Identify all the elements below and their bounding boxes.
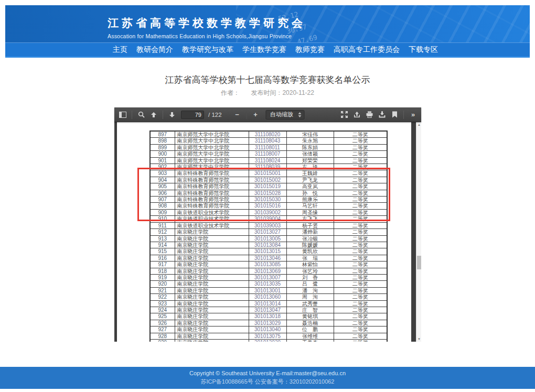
nav-item-vocational-committee[interactable]: 高职高专工作委员会: [334, 45, 400, 55]
cell-exam-id: 301013005: [249, 235, 286, 242]
nav-item-teacher-competition[interactable]: 教师竞赛: [295, 45, 325, 55]
table-row: 914南京晓庄学院301013084陈媛媛二等奖: [150, 242, 387, 248]
toolbar-separator: [163, 111, 163, 119]
cell-exam-id: 301015028: [249, 190, 286, 196]
cell-exam-id: 301039004: [249, 216, 286, 222]
table-row: 921南京晓庄学院301013001潘 洵二等奖: [150, 287, 387, 293]
cell-rank: 921: [150, 287, 175, 293]
cell-award: 二等奖: [334, 294, 387, 300]
cell-award: 二等奖: [334, 287, 387, 293]
cell-rank: 907: [150, 197, 175, 203]
cell-school: 南京师范大学中北学院: [175, 164, 249, 170]
cell-rank: 903: [150, 170, 175, 177]
print-button[interactable]: [363, 109, 375, 121]
nav-item-home[interactable]: 主页: [113, 45, 127, 55]
toolbar-left-group: / 122: [117, 109, 222, 121]
nav-item-about[interactable]: 教研会简介: [136, 45, 173, 55]
award-table: 897南京师范大学中北学院311108020宋佳伟二等奖898南京师范大学中北学…: [149, 130, 388, 342]
bookmark-button[interactable]: [389, 109, 400, 121]
cell-school: 南京特殊教育师范学院: [175, 183, 249, 190]
cell-rank: 929: [150, 340, 175, 342]
cell-exam-id: 301013018: [249, 313, 286, 320]
table-row: 907南京特殊教育师范学院301015030熊康乐二等奖: [150, 197, 387, 203]
table-row: 920南京晓庄学院301013035吕 鹭二等奖: [150, 281, 387, 287]
cell-school: 南京晓庄学院: [175, 235, 249, 242]
presentation-mode-button[interactable]: [338, 109, 350, 121]
toolbar-separator: [132, 111, 132, 119]
footer-icp: 苏ICP备10088665号 公安备案号：32010202010062: [201, 378, 335, 386]
download-icon: [379, 111, 386, 118]
pdf-scrollbar[interactable]: ▲ ▼: [416, 122, 421, 342]
cell-name: 马艺轩: [286, 203, 334, 209]
cell-exam-id: 301013015: [249, 248, 286, 255]
zoom-level-select[interactable]: 自动缩放: [265, 110, 304, 119]
open-file-button[interactable]: [351, 109, 362, 121]
cell-award: 二等奖: [334, 255, 387, 261]
table-row: 923南京晓庄学院301013014武秀蕾二等奖: [150, 300, 387, 307]
cell-award: 二等奖: [334, 151, 387, 157]
cell-rank: 915: [150, 248, 175, 255]
cell-rank: 909: [150, 209, 175, 215]
presentation-mode-icon: [341, 111, 348, 118]
cell-rank: 897: [150, 131, 175, 138]
scrollbar-thumb[interactable]: [417, 256, 421, 269]
nav-item-downloads[interactable]: 下载专区: [409, 45, 438, 55]
scroll-down-icon[interactable]: ▼: [416, 336, 421, 342]
cell-award: 二等奖: [334, 268, 387, 274]
cell-award: 二等奖: [334, 340, 387, 342]
cell-school: 南京师范大学中北学院: [175, 157, 249, 164]
site-title: 江苏省高等学校数学教学研究会: [108, 16, 306, 30]
cell-name: 张 瑞: [286, 255, 334, 261]
nav-item-student-competition[interactable]: 学生数学竞赛: [242, 45, 286, 55]
cell-name: 于美奇: [286, 340, 334, 342]
search-icon: [138, 111, 145, 118]
table-row: 899南京师范大学中北学院311108011陈东娟二等奖: [150, 144, 387, 150]
sidebar-toggle-button[interactable]: [117, 109, 129, 121]
page-number-input[interactable]: [181, 111, 204, 119]
cell-exam-id: 301013075: [249, 333, 286, 339]
cell-name: 周 洵: [286, 294, 334, 300]
table-row: 909南京铁道职业技术学院301039002周圣缘二等奖: [150, 209, 387, 215]
cell-award: 二等奖: [334, 235, 387, 242]
cell-school: 南京特殊教育师范学院: [175, 170, 249, 177]
cell-exam-id: 301013029: [249, 320, 286, 326]
scroll-up-icon[interactable]: ▲: [416, 122, 421, 127]
cell-award: 二等奖: [334, 216, 387, 222]
cell-rank: 900: [150, 151, 175, 157]
site-subtitle: Assocation for Mathematics Education in …: [108, 33, 306, 39]
cell-school: 南京特殊教育师范学院: [175, 190, 249, 196]
cell-school: 南京晓庄学院: [175, 294, 249, 300]
find-button[interactable]: [135, 109, 147, 121]
cell-award: 二等奖: [334, 190, 387, 196]
zoom-out-button[interactable]: −: [231, 109, 243, 121]
cell-name: 黄铭琪: [286, 313, 334, 320]
cell-rank: 904: [150, 177, 175, 183]
table-row: 928南京晓庄学院301013075张维维二等奖: [150, 333, 387, 339]
next-page-button[interactable]: [166, 109, 178, 121]
cell-award: 二等奖: [334, 307, 387, 313]
cell-name: 孙 悦: [286, 190, 334, 196]
cell-school: 南京晓庄学院: [175, 281, 249, 287]
cell-rank: 927: [150, 326, 175, 333]
cell-award: 二等奖: [334, 209, 387, 215]
more-tools-button[interactable]: »: [407, 109, 419, 121]
previous-page-button[interactable]: [148, 109, 159, 121]
cell-name: 左飞飞: [286, 216, 334, 222]
sidebar-toggle-icon: [119, 112, 126, 118]
pdf-toolbar: / 122 − + 自动缩放: [114, 107, 421, 122]
nav-item-teaching-research[interactable]: 教学研究与改革: [182, 45, 233, 55]
table-row: 903南京特殊教育师范学院301015001王魏婧二等奖: [150, 170, 387, 177]
site-header: 52.12 30.97 47.69 江苏省高等学校数学教学研究会 Assocat…: [5, 5, 530, 58]
zoom-in-button[interactable]: +: [250, 109, 261, 121]
table-row: 898南京师范大学中北学院311108043朱永旭二等奖: [150, 138, 387, 144]
publish-date: 2020-11-22: [282, 89, 314, 96]
download-button[interactable]: [376, 109, 388, 121]
cell-rank: 914: [150, 242, 175, 248]
cell-rank: 924: [150, 307, 175, 313]
select-spinner-icon: [298, 112, 301, 117]
cell-exam-id: 311108011: [249, 144, 286, 150]
cell-award: 二等奖: [334, 262, 387, 268]
cell-exam-id: 301013007: [249, 274, 286, 280]
cell-school: 南京师范大学中北学院: [175, 131, 249, 138]
cell-award: 二等奖: [334, 197, 387, 203]
